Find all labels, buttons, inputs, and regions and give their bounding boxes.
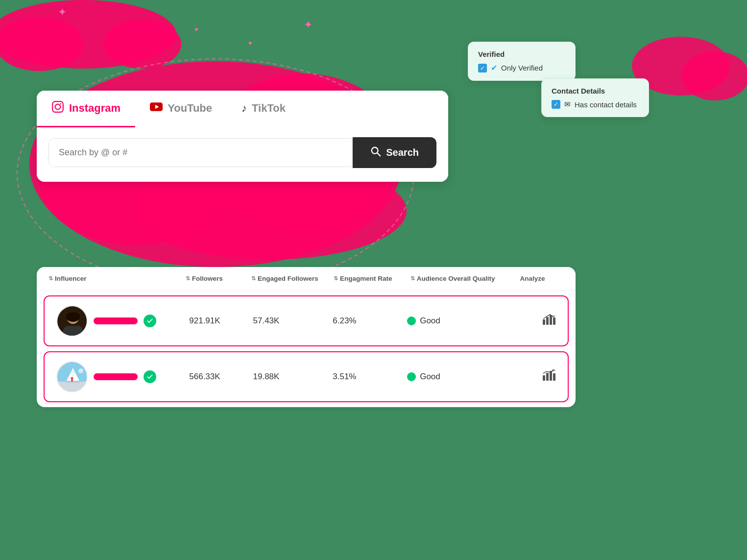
table-header: ⇅ Influencer ⇅ Followers ⇅ Engaged Follo… — [37, 267, 576, 291]
quality-dot-2 — [407, 372, 416, 381]
th-engaged-label: Engaged Followers — [258, 275, 318, 282]
influencer-cell-1 — [56, 305, 189, 337]
sort-engaged-icon: ⇅ — [251, 275, 256, 282]
svg-rect-19 — [63, 326, 83, 337]
quality-value-1: Good — [420, 316, 440, 326]
quality-cell-1: Good — [407, 316, 513, 326]
tab-youtube[interactable]: YouTube — [135, 91, 227, 127]
svg-rect-24 — [550, 315, 552, 325]
verified-badge-icon: ✔ — [491, 63, 497, 73]
engagement-value-1: 6.23% — [333, 316, 356, 325]
engaged-cell-2: 19.88K — [253, 372, 333, 382]
sort-influencer-icon: ⇅ — [48, 275, 53, 282]
th-followers-label: Followers — [192, 275, 223, 282]
name-pill-1 — [94, 317, 138, 324]
analyze-cell-2[interactable] — [513, 369, 556, 384]
svg-rect-22 — [543, 319, 545, 325]
main-card: Instagram YouTube ♪ TikTok — [37, 91, 448, 182]
svg-point-12 — [60, 103, 62, 105]
verified-popup-title: Verified — [478, 50, 565, 58]
search-input[interactable] — [49, 139, 352, 167]
search-button[interactable]: Search — [353, 137, 436, 168]
svg-point-11 — [55, 104, 61, 110]
svg-point-1 — [0, 17, 83, 71]
svg-rect-35 — [546, 373, 549, 381]
sort-engagement-icon: ⇅ — [334, 275, 338, 282]
analyze-icon-2[interactable] — [542, 369, 556, 384]
th-analyze-label: Analyze — [520, 275, 545, 282]
svg-rect-29 — [57, 382, 88, 392]
sparkle-decoration-4: ✦ — [247, 39, 253, 47]
th-quality[interactable]: ⇅ Audience Overall Quality — [410, 275, 520, 282]
analyze-icon-1[interactable] — [542, 314, 556, 328]
contact-checkbox-label: Has contact details — [575, 100, 637, 109]
contact-popup: Contact Details ✓ ✉ Has contact details — [541, 78, 649, 117]
analyze-cell-1[interactable] — [513, 314, 556, 328]
sort-followers-icon: ⇅ — [186, 275, 190, 282]
svg-point-2 — [103, 20, 181, 69]
svg-rect-10 — [52, 101, 63, 112]
th-influencer[interactable]: ⇅ Influencer — [48, 275, 186, 282]
sparkle-decoration-2: ✦ — [193, 25, 199, 33]
quality-value-2: Good — [420, 372, 440, 382]
followers-value-2: 566.33K — [189, 372, 220, 381]
engagement-value-2: 3.51% — [333, 372, 356, 381]
sparkle-decoration-1: ✦ — [58, 6, 67, 19]
quality-dot-1 — [407, 317, 416, 325]
sort-quality-icon: ⇅ — [410, 275, 415, 282]
search-row: Search — [48, 137, 436, 168]
search-button-label: Search — [386, 147, 419, 158]
search-button-icon — [370, 146, 381, 159]
svg-rect-23 — [546, 317, 549, 325]
svg-rect-30 — [66, 381, 80, 383]
svg-rect-25 — [553, 317, 555, 325]
th-engagement-label: Engagment Rate — [340, 275, 392, 282]
verified-check-2 — [144, 370, 156, 383]
followers-cell-1: 921.91K — [189, 316, 253, 326]
engagement-cell-1: 6.23% — [333, 316, 407, 326]
avatar-1 — [56, 305, 88, 337]
th-followers[interactable]: ⇅ Followers — [186, 275, 251, 282]
name-pill-2 — [94, 373, 138, 380]
tab-tiktok-label: TikTok — [252, 102, 286, 115]
quality-cell-2: Good — [407, 372, 513, 382]
engaged-value-2: 19.88K — [253, 372, 280, 381]
svg-line-16 — [377, 153, 380, 156]
th-engagement[interactable]: ⇅ Engagment Rate — [334, 275, 410, 282]
svg-point-32 — [71, 377, 73, 380]
tab-instagram-label: Instagram — [69, 102, 120, 115]
svg-rect-21 — [66, 312, 80, 320]
instagram-icon — [51, 100, 64, 116]
verified-checkbox-label: Only Verified — [501, 64, 543, 72]
tab-instagram[interactable]: Instagram — [37, 91, 135, 127]
tab-tiktok[interactable]: ♪ TikTok — [227, 91, 300, 127]
svg-point-4 — [681, 51, 747, 100]
svg-point-0 — [0, 0, 176, 69]
tabs-row: Instagram YouTube ♪ TikTok — [37, 91, 448, 127]
th-analyze: Analyze — [520, 275, 564, 282]
svg-rect-34 — [543, 375, 545, 381]
verified-check-1 — [144, 315, 156, 327]
th-influencer-label: Influencer — [55, 275, 87, 282]
followers-cell-2: 566.33K — [189, 372, 253, 382]
tab-youtube-label: YouTube — [168, 102, 212, 115]
sparkle-decoration-3: ✦ — [304, 19, 313, 31]
th-quality-label: Audience Overall Quality — [417, 275, 495, 282]
contact-popup-item: ✓ ✉ Has contact details — [552, 100, 639, 109]
contact-checkbox[interactable]: ✓ — [552, 100, 560, 109]
svg-point-31 — [78, 368, 83, 373]
contact-popup-title: Contact Details — [552, 87, 639, 95]
verified-checkbox[interactable]: ✓ — [478, 64, 487, 73]
verified-popup-item: ✓ ✔ Only Verified — [478, 63, 565, 73]
table-row: 566.33K 19.88K 3.51% Good — [44, 351, 569, 402]
th-engaged[interactable]: ⇅ Engaged Followers — [251, 275, 334, 282]
engagement-cell-2: 3.51% — [333, 372, 407, 382]
svg-rect-33 — [72, 379, 73, 382]
mail-icon: ✉ — [564, 100, 571, 109]
engaged-cell-1: 57.43K — [253, 316, 333, 326]
followers-value-1: 921.91K — [189, 316, 220, 325]
verified-popup: Verified ✓ ✔ Only Verified — [468, 42, 576, 81]
svg-rect-37 — [553, 373, 555, 381]
tiktok-icon: ♪ — [241, 102, 247, 115]
search-area: Search — [37, 127, 448, 182]
